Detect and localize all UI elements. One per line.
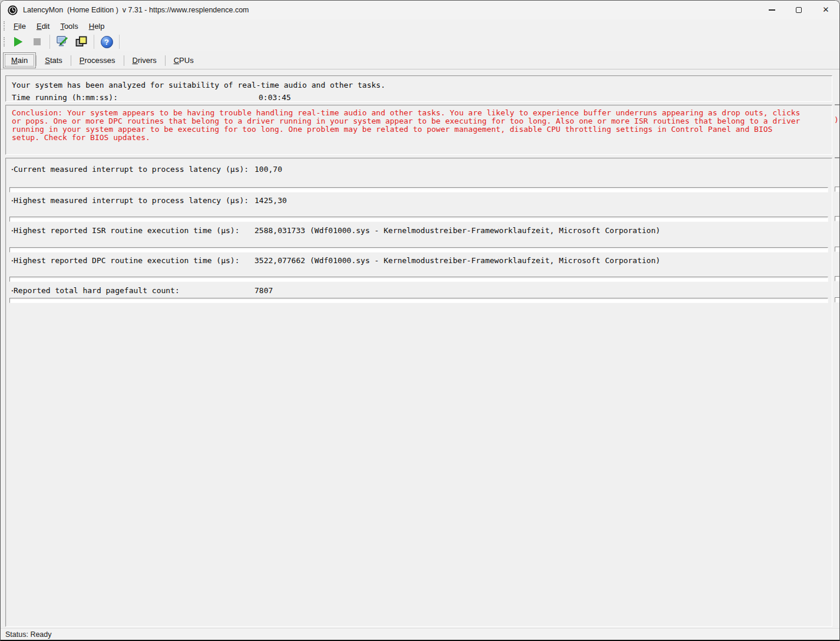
metric-progress-bar bbox=[9, 298, 828, 303]
metric-driver-info: (Wdf01000.sys - Kernelmodustreiber-Frame… bbox=[310, 256, 660, 265]
metric-value: 2588,031733 bbox=[254, 226, 310, 235]
tab-cpus[interactable]: CPUs bbox=[166, 52, 202, 68]
time-running-value: 0:03:45 bbox=[259, 93, 291, 102]
metric-value: 3522,077662 bbox=[254, 256, 310, 265]
menu-item-help[interactable]: Help bbox=[84, 21, 110, 32]
play-icon bbox=[14, 37, 22, 47]
latencymon-logo-icon bbox=[8, 5, 18, 15]
metric-value: 7807 bbox=[254, 286, 310, 295]
options-button[interactable] bbox=[55, 34, 70, 49]
window-title: LatencyMon (Home Edition ) v 7.31 - http… bbox=[23, 6, 249, 14]
minimize-icon bbox=[769, 9, 775, 10]
close-icon: ✕ bbox=[822, 6, 829, 14]
toolbar: ? bbox=[1, 32, 839, 51]
toolbar-separator bbox=[94, 35, 94, 49]
clipped-progress-bar-fragment bbox=[835, 216, 839, 221]
clipped-edge-fragments: ) bbox=[834, 1, 839, 641]
metric-progress-bar bbox=[9, 277, 828, 282]
metric-label: Current measured interrupt to process la… bbox=[14, 165, 254, 174]
clipped-progress-bar-fragment bbox=[835, 276, 839, 281]
toolbar-separator bbox=[49, 35, 50, 49]
clipped-progress-bar-fragment bbox=[835, 247, 839, 252]
metric-label: Reported total hard pagefault count: bbox=[14, 286, 254, 295]
latencymon-window: LatencyMon (Home Edition ) v 7.31 - http… bbox=[0, 0, 840, 641]
tab-processes[interactable]: Processes bbox=[71, 52, 124, 68]
title-bar: LatencyMon (Home Edition ) v 7.31 - http… bbox=[1, 1, 839, 19]
metric-label: Highest measured interrupt to process la… bbox=[14, 196, 254, 205]
toolbar-separator bbox=[119, 35, 120, 49]
report-button[interactable] bbox=[74, 34, 89, 49]
conclusion-panel: Conclusion: Your system appears to be ha… bbox=[5, 105, 832, 155]
metric-label: Highest reported DPC routine execution t… bbox=[14, 256, 254, 265]
tab-strip: MainStatsProcessesDriversCPUs bbox=[1, 51, 839, 69]
summary-panel: Your system has been analyzed for suitab… bbox=[5, 75, 832, 102]
toolbar-gripper-icon bbox=[4, 37, 5, 47]
tab-main[interactable]: Main bbox=[3, 52, 36, 68]
metric-row: ·Highest measured interrupt to process l… bbox=[10, 196, 310, 205]
clipped-panel-border-fragment bbox=[835, 157, 839, 158]
metric-value: 1425,30 bbox=[254, 196, 310, 205]
metric-value: 100,70 bbox=[254, 165, 310, 174]
metric-progress-bar bbox=[9, 247, 828, 253]
menu-item-file[interactable]: File bbox=[9, 21, 31, 32]
window-controls: ✕ bbox=[758, 1, 839, 19]
metric-row: ·Highest reported ISR routine execution … bbox=[10, 226, 660, 235]
help-icon: ? bbox=[101, 36, 113, 48]
stop-icon bbox=[34, 38, 41, 45]
menu-bar: FileEditToolsHelp bbox=[1, 19, 839, 32]
metric-row: ·Reported total hard pagefault count:780… bbox=[10, 286, 310, 295]
metric-row: ·Current measured interrupt to process l… bbox=[10, 165, 310, 174]
time-running-label: Time running (h:mm:ss): bbox=[12, 91, 259, 104]
time-running-row: Time running (h:mm:ss):0:03:45 bbox=[12, 91, 832, 104]
metric-label: Highest reported ISR routine execution t… bbox=[14, 226, 254, 235]
clipped-panel-border-fragment bbox=[835, 104, 839, 105]
menu-bar-items: FileEditToolsHelp bbox=[9, 21, 110, 32]
conclusion-text: Conclusion: Your system appears to be ha… bbox=[12, 109, 801, 142]
start-monitor-button[interactable] bbox=[11, 34, 26, 49]
metrics-panel: ·Current measured interrupt to process l… bbox=[5, 158, 832, 627]
stop-monitor-button[interactable] bbox=[29, 34, 45, 49]
maximize-icon bbox=[796, 7, 802, 13]
tab-stats[interactable]: Stats bbox=[37, 52, 71, 68]
status-text: Status: Ready bbox=[5, 630, 52, 639]
metric-row: ·Highest reported DPC routine execution … bbox=[10, 256, 660, 265]
summary-line: Your system has been analyzed for suitab… bbox=[12, 79, 832, 91]
maximize-button[interactable] bbox=[785, 1, 812, 19]
copy-pages-icon bbox=[75, 35, 88, 48]
clipped-progress-bar-fragment bbox=[835, 187, 839, 192]
clipped-progress-bar-fragment bbox=[835, 297, 839, 303]
metric-progress-bar bbox=[9, 217, 828, 222]
metric-driver-info: (Wdf01000.sys - Kernelmodustreiber-Frame… bbox=[310, 226, 660, 235]
menubar-gripper-icon bbox=[4, 21, 5, 31]
metric-progress-bar bbox=[9, 187, 828, 192]
menu-item-edit[interactable]: Edit bbox=[32, 21, 54, 32]
help-button[interactable]: ? bbox=[99, 34, 114, 49]
clipped-text-fragment: ) bbox=[834, 115, 839, 124]
tab-drivers[interactable]: Drivers bbox=[124, 52, 165, 68]
menu-item-tools[interactable]: Tools bbox=[55, 21, 82, 32]
status-bar: Status: Ready bbox=[1, 628, 839, 640]
minimize-button[interactable] bbox=[758, 1, 785, 19]
monitor-tools-icon bbox=[56, 35, 69, 48]
